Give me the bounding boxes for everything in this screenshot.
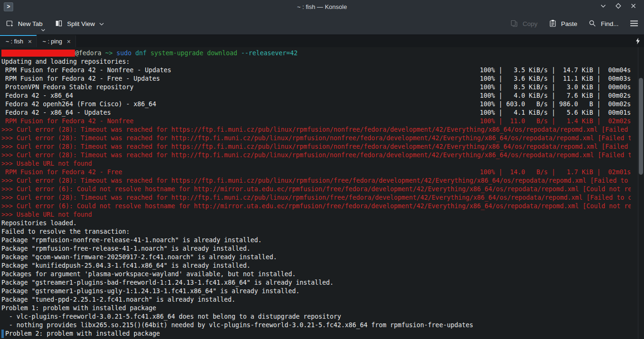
terminal-line: Failed to resolve the transaction: xyxy=(1,228,631,236)
titlebar[interactable]: > ~ : fish — Konsole xyxy=(0,0,644,13)
terminal-line: Fedora 42 openh264 (From Cisco) - x86_64… xyxy=(1,100,631,109)
find-label: Find... xyxy=(601,20,619,27)
terminal-line: Package "gstreamer1-plugins-bad-freeworl… xyxy=(1,279,631,287)
terminal-line: Package "rpmfusion-nonfree-release-41-1.… xyxy=(1,236,631,245)
copy-label: Copy xyxy=(522,20,537,27)
konsole-window: > ~ : fish — Konsole xyxy=(0,0,644,339)
output-marker xyxy=(1,330,4,338)
tab-close-icon[interactable]: × xyxy=(28,38,32,45)
terminal-line: RPM Fusion for Fedora 42 - Free100% | 14… xyxy=(1,168,631,177)
new-tab-label: New Tab xyxy=(18,20,42,27)
search-icon xyxy=(588,19,596,29)
terminal-line: RPM Fusion for Fedora 42 - Free - Update… xyxy=(1,75,631,83)
terminal-line: RPM Fusion for Fedora 42 - Nonfree - Upd… xyxy=(1,66,631,75)
terminal-line: >>> Curl error (28): Timeout was reached… xyxy=(1,151,631,160)
find-button[interactable]: Find... xyxy=(588,19,619,29)
terminal-line: Package "gstreamer1-plugins-ugly-1:1.24.… xyxy=(1,287,631,296)
split-view-label: Split View xyxy=(67,20,95,27)
close-icon xyxy=(630,2,637,11)
hamburger-menu-button[interactable] xyxy=(630,20,638,28)
copy-button[interactable]: Copy xyxy=(510,19,537,29)
window-controls xyxy=(599,2,644,11)
paste-label: Paste xyxy=(561,20,578,27)
terminal-line: RPM Fusion for Fedora 42 - Nonfree100% |… xyxy=(1,117,631,126)
new-tab-icon xyxy=(6,19,14,29)
terminal-line: Problem 2: problem with installed packag… xyxy=(1,330,631,338)
tab-fish[interactable]: ~ : fish× xyxy=(0,35,37,47)
terminal-lines: @fedora ~> sudo dnf system-upgrade downl… xyxy=(0,47,644,338)
terminal-line: >>> Usable URL not found xyxy=(1,160,631,168)
terminal-line: - vlc-plugins-freeworld-3.0.21-5.fc41.x8… xyxy=(1,313,631,321)
terminal-line: Problem 1: problem with installed packag… xyxy=(1,304,631,313)
paste-icon xyxy=(549,19,557,29)
copy-icon xyxy=(510,19,518,29)
terminal-output[interactable]: @fedora ~> sudo dnf system-upgrade downl… xyxy=(0,47,644,339)
paste-button[interactable]: Paste xyxy=(549,19,578,29)
terminal-line: Package "rpmfusion-free-release-41-1.noa… xyxy=(1,245,631,253)
terminal-line: Package "qcom-wwan-firmware-20250917-2.f… xyxy=(1,253,631,262)
minimize-button[interactable] xyxy=(599,2,607,11)
tab-label: ~ : fish xyxy=(6,38,23,45)
tab-strip: ~ : fish×~ : ping× xyxy=(0,35,76,47)
terminal-line: >>> Curl error (28): Timeout was reached… xyxy=(1,194,631,202)
toolbar: New Tab Split View Copy xyxy=(0,13,644,34)
split-view-dropdown-arrow-icon[interactable] xyxy=(99,20,104,27)
split-view-button[interactable]: Split View xyxy=(55,19,104,29)
terminal-line: >>> Curl error (28): Timeout was reached… xyxy=(1,126,631,134)
redacted-username xyxy=(1,50,75,57)
maximize-button[interactable] xyxy=(614,2,622,11)
terminal-line: ProtonVPN Fedora Stable repository100% |… xyxy=(1,83,631,92)
terminal-line: >>> Curl error (6): Could not resolve ho… xyxy=(1,202,631,211)
new-tab-button[interactable]: New Tab xyxy=(6,19,42,29)
chevron-down-icon xyxy=(600,2,607,11)
terminal-line: Repositories loaded. xyxy=(1,219,631,228)
terminal-line: @fedora ~> sudo dnf system-upgrade downl… xyxy=(1,49,631,58)
terminal-line: >>> Curl error (6): Could not resolve ho… xyxy=(1,185,631,194)
tab-label: ~ : ping xyxy=(42,38,62,45)
lightning-icon xyxy=(636,35,640,47)
terminal-line: Package "kunifiedpush-25.04.3-1.fc41.x86… xyxy=(1,262,631,270)
diamond-icon xyxy=(615,2,622,11)
terminal-line: >>> Usable URL not found xyxy=(1,211,631,219)
tab-ping[interactable]: ~ : ping× xyxy=(37,35,76,47)
terminal-scrollbar[interactable] xyxy=(638,47,644,339)
terminal-line: >>> Curl error (28): Timeout was reached… xyxy=(1,143,631,151)
tab-bar: ~ : fish×~ : ping× xyxy=(0,34,644,47)
tab-close-icon[interactable]: × xyxy=(67,38,71,45)
terminal-line: Package "tuned-ppd-2.25.1-2.fc41.noarch"… xyxy=(1,296,631,304)
konsole-app-icon: > xyxy=(4,2,13,11)
window-title: ~ : fish — Konsole xyxy=(0,3,644,10)
terminal-line: Fedora 42 - x86_64 - Updates100% | 4.1 K… xyxy=(1,109,631,117)
new-tab-dropdown-arrow-icon[interactable] xyxy=(41,26,45,33)
terminal-line: - nothing provides libx265.so.215()(64bi… xyxy=(1,321,631,330)
terminal-line: Packages for argument 'plasma-workspace-… xyxy=(1,270,631,279)
terminal-line: >>> Curl error (28): Timeout was reached… xyxy=(1,177,631,185)
hamburger-icon xyxy=(630,20,638,28)
terminal-line: Updating and loading repositories: xyxy=(1,58,631,66)
split-view-icon xyxy=(55,19,63,29)
prompt-glyph: > xyxy=(7,3,10,10)
close-button[interactable] xyxy=(629,2,637,11)
terminal-line: Fedora 42 - x86_64100% | 4.0 KiB/s | 7.6… xyxy=(1,92,631,100)
scrollbar-thumb[interactable] xyxy=(639,78,643,175)
terminal-line: >>> Curl error (28): Timeout was reached… xyxy=(1,134,631,143)
